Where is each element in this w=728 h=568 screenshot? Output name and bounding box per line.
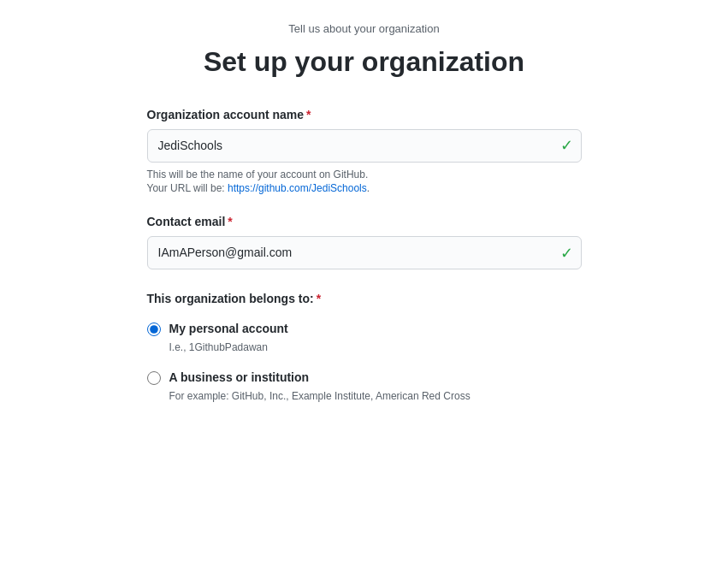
- contact-email-required: *: [228, 215, 232, 228]
- radio-option-business[interactable]: A business or institution For example: G…: [147, 369, 582, 404]
- radio-business-title: A business or institution: [169, 369, 471, 387]
- contact-email-label: Contact email*: [147, 213, 582, 231]
- contact-email-group: Contact email* ✓: [147, 213, 582, 269]
- page-container: Tell us about your organization Set up y…: [133, 0, 595, 438]
- radio-business-content: A business or institution For example: G…: [169, 369, 471, 404]
- belongs-to-section: This organization belongs to:* My person…: [147, 290, 582, 404]
- radio-personal[interactable]: [147, 322, 161, 336]
- org-name-check-icon: ✓: [560, 134, 573, 157]
- org-name-input[interactable]: [147, 129, 582, 163]
- org-name-url-link[interactable]: https://github.com/JediSchools: [228, 182, 367, 194]
- org-name-input-wrapper: ✓: [147, 129, 582, 163]
- org-name-hint: This will be the name of your account on…: [147, 168, 582, 197]
- contact-email-input-wrapper: ✓: [147, 236, 582, 269]
- radio-option-personal[interactable]: My personal account I.e., 1GithubPadawan: [147, 320, 582, 355]
- belongs-to-label: This organization belongs to:*: [147, 290, 582, 308]
- radio-personal-description: I.e., 1GithubPadawan: [169, 340, 288, 355]
- contact-email-input[interactable]: [147, 236, 582, 269]
- step-label: Tell us about your organization: [147, 21, 582, 38]
- page-heading: Set up your organization: [147, 44, 582, 79]
- contact-email-check-icon: ✓: [560, 241, 573, 264]
- org-name-required: *: [306, 108, 311, 121]
- belongs-to-required: *: [317, 292, 321, 305]
- radio-personal-title: My personal account: [169, 320, 288, 338]
- radio-business[interactable]: [147, 371, 161, 385]
- radio-business-description: For example: GitHub, Inc., Example Insti…: [169, 388, 471, 404]
- org-name-label: Organization account name*: [147, 106, 582, 124]
- org-name-group: Organization account name* ✓ This will b…: [147, 106, 582, 197]
- radio-personal-content: My personal account I.e., 1GithubPadawan: [169, 320, 288, 355]
